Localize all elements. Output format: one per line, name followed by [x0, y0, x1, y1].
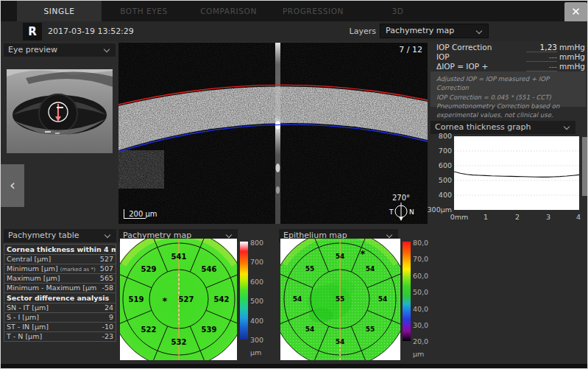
- y-tick: 600: [430, 161, 452, 169]
- scale-unit: µm: [250, 348, 261, 356]
- pachymetry-table-dropdown[interactable]: Pachymetry table: [4, 229, 116, 242]
- chevron-down-icon: [386, 232, 392, 238]
- note-line: IOP Correction = 0.045 * (551 - CCT): [436, 93, 580, 102]
- sector-value-nw: 55: [305, 265, 315, 273]
- scale-tick: 30,0: [413, 321, 428, 329]
- sector-value-e: 542: [214, 295, 230, 303]
- scale-tick: 50,0: [413, 288, 428, 296]
- scale-tick: 300: [250, 336, 263, 344]
- iop-formula-note: Adjusted IOP = IOP measured + IOP Correc…: [431, 71, 586, 107]
- adjusted-iop-row: ΔIOP = IOP + Correction---mmHg: [436, 62, 585, 71]
- note-line: Adjusted IOP = IOP measured + IOP Correc…: [436, 74, 580, 93]
- table-row: ST - IN [µm]-10: [4, 323, 116, 332]
- orientation-compass: 270° T N: [385, 194, 417, 221]
- scale-tick: 700: [250, 258, 263, 266]
- sector-value-sw: 54: [305, 326, 315, 333]
- collapse-left-icon[interactable]: ‹: [1, 164, 24, 207]
- scale-tick: 600: [250, 278, 263, 286]
- thickness-graph-title: Cornea thickness graph: [435, 122, 531, 132]
- table-section-header: Cornea thickness within 4 mm: [4, 245, 116, 255]
- scale-bar: 200 µm: [124, 209, 157, 219]
- scale-tick: 40,0: [413, 305, 428, 313]
- scale-bar-label: 200 µm: [129, 210, 157, 218]
- scale-tick: 60,0: [413, 272, 428, 280]
- pachymetry-table: Cornea thickness within 4 mm Central [µm…: [4, 244, 116, 342]
- table-row: SN - IT [µm]24: [4, 303, 116, 313]
- exam-datetime: 2017-03-19 13:52:29: [48, 27, 134, 36]
- sector-value-ne: 546: [202, 265, 217, 273]
- table-row: Minimum - Maximum [µm]-58: [4, 284, 116, 293]
- pachymetry-color-scale: [240, 242, 248, 340]
- sector-value-center: 527: [179, 295, 194, 303]
- thickness-graph-dropdown[interactable]: Cornea thickness graph: [431, 121, 575, 134]
- tab-both-eyes[interactable]: BOTH EYES: [102, 1, 186, 21]
- y-tick: 800: [430, 132, 452, 140]
- scale-tick: 500: [250, 297, 263, 305]
- pachymetry-map-canvas: 541 546 542 539 532 522 519 529 527 *: [120, 239, 237, 360]
- sector-value-w: 519: [129, 295, 144, 303]
- x-tick: 2: [515, 213, 520, 221]
- sector-value-w: 54: [293, 295, 302, 303]
- y-tick: 300µm: [427, 205, 452, 214]
- x-tick: 0mm: [450, 213, 469, 221]
- bottom-edge: [1, 364, 588, 369]
- sector-value-e: 54: [378, 295, 388, 303]
- iop-correction-row: IOP Correction1,23mmHg: [436, 43, 585, 52]
- chevron-down-icon: [564, 124, 570, 130]
- thickness-graph-plot: [454, 136, 579, 210]
- minimum-thickness-marker: *: [163, 295, 168, 306]
- eye-preview-title: Eye preview: [8, 45, 57, 55]
- table-row: Minimum [µm] (marked as *)507: [4, 264, 116, 274]
- marked-point-marker: *: [361, 248, 366, 259]
- chevron-down-icon: [105, 232, 110, 238]
- close-icon[interactable]: ✕: [564, 2, 587, 22]
- scale-tick: 20,0: [413, 337, 428, 345]
- layers-dropdown[interactable]: Pachymetry map: [380, 24, 489, 38]
- tab-3d[interactable]: 3D: [355, 1, 440, 21]
- scale-unit: µm: [413, 350, 424, 358]
- svg-text:N: N: [409, 208, 414, 216]
- sector-value-n: 54: [336, 253, 345, 260]
- y-tick: 400: [430, 191, 452, 199]
- tab-single[interactable]: SINGLE: [17, 1, 102, 21]
- sector-value-ne: 54: [366, 265, 375, 273]
- table-row: Maximum [µm]565: [4, 274, 116, 284]
- angle-label: 270°: [385, 194, 417, 202]
- svg-text:T: T: [389, 208, 394, 216]
- sector-value-se: 55: [366, 326, 375, 333]
- eye-preview-dropdown[interactable]: Eye preview: [4, 43, 116, 57]
- tab-bar: SINGLE BOTH EYES COMPARISON PROGRESSION …: [1, 1, 588, 21]
- sector-value-n: 541: [171, 253, 187, 261]
- right-eye-badge: R: [23, 23, 42, 41]
- chevron-down-icon: [476, 28, 482, 34]
- table-section-header: Sector difference analysis: [4, 293, 116, 303]
- layers-dropdown-value: Pachymetry map: [386, 26, 454, 35]
- sector-value-sw: 522: [141, 326, 157, 334]
- eye-illustration: [7, 69, 113, 153]
- table-row: Central [µm]527: [4, 255, 116, 264]
- tab-comparison[interactable]: COMPARISON: [186, 1, 271, 21]
- y-tick: 700: [430, 147, 452, 155]
- pachymetry-table-title: Pachymetry table: [8, 231, 79, 240]
- chevron-down-icon: [226, 232, 232, 238]
- compass-icon: T N: [385, 202, 417, 221]
- note-line: Pneumotonometry Correction based on expe…: [436, 102, 580, 120]
- x-tick: 1: [483, 213, 488, 221]
- thickness-curve: [454, 172, 579, 177]
- oct-bscan-viewer: 7 / 12 200 µm 270° T N: [118, 43, 428, 224]
- x-tick: 4: [576, 213, 581, 221]
- sector-value-center: 55: [336, 295, 345, 303]
- tab-progression[interactable]: PROGRESSION: [271, 1, 355, 21]
- eye-preview-image: [7, 69, 113, 153]
- iop-row: IOP---mmHg: [436, 52, 585, 62]
- layers-label: Layers: [336, 27, 376, 36]
- y-tick: 500: [430, 176, 452, 184]
- x-tick: 3: [546, 213, 550, 221]
- frame-counter: 7 / 12: [399, 45, 422, 55]
- scale-tick: 400: [250, 317, 263, 325]
- chevron-down-icon: [104, 46, 110, 52]
- table-row: T - N [µm]-23: [4, 332, 116, 342]
- sector-value-s: 532: [171, 338, 187, 346]
- table-row: S - I [µm]9: [4, 313, 116, 323]
- panel-expander-handle[interactable]: [582, 137, 588, 196]
